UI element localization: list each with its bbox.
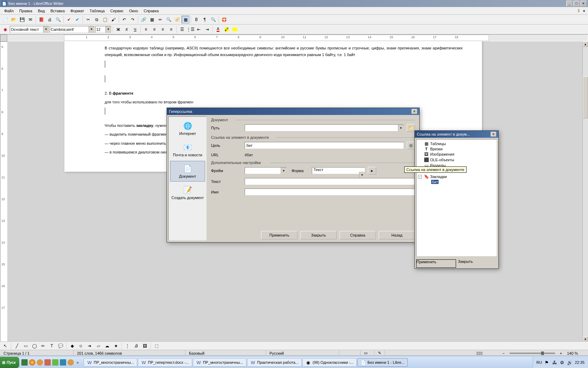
task-item[interactable]: WПР_гипертекст.docx -... <box>138 358 192 367</box>
from-file-button[interactable]: 🖼 <box>141 342 149 350</box>
cut-button[interactable]: ✂ <box>84 16 92 23</box>
window-maximize-button[interactable]: □ <box>573 1 580 6</box>
system-clock[interactable]: 22:35 <box>575 360 584 364</box>
scroll-up-button[interactable]: ▲ <box>583 41 588 47</box>
target-input[interactable] <box>245 142 404 149</box>
indent-dec-button[interactable]: ⇤ <box>195 26 203 33</box>
autospell-button[interactable]: ✔ <box>74 16 81 23</box>
menu-window[interactable]: Окно <box>126 8 141 14</box>
text-tool-button[interactable]: T <box>48 342 56 350</box>
tree-item-bookmark-bit[interactable]: бит <box>418 179 495 184</box>
target-tree[interactable]: ▦Таблицы TВрезки 🖼Изображения ⬛OLE-объек… <box>416 139 497 257</box>
task-item[interactable]: WПР_многостраничны... <box>193 358 246 367</box>
quick-launch-icon-chrome[interactable] <box>29 359 35 366</box>
navigator-button[interactable]: 🧭 <box>173 16 181 23</box>
scroll-thumb[interactable] <box>583 76 588 118</box>
redo-button[interactable]: ↷ <box>129 16 136 23</box>
tray-icon[interactable]: ⚑ <box>544 360 550 365</box>
category-document[interactable]: 📄 Документ <box>170 161 205 182</box>
basic-shapes-button[interactable]: ◆ <box>68 342 76 350</box>
menu-edit[interactable]: Правка <box>16 8 35 14</box>
category-internet[interactable]: 🌐 Интернет <box>170 118 205 139</box>
menu-file[interactable]: Файл <box>1 8 16 14</box>
ellipse-tool-button[interactable]: ◯ <box>30 342 38 350</box>
gallery-button[interactable]: ▦ <box>182 16 189 23</box>
font-name-combo[interactable]: Cambria;serif ▼ <box>50 26 94 33</box>
browse-path-button[interactable]: 📁 <box>407 124 415 132</box>
save-button[interactable]: 💾 <box>18 16 26 23</box>
paste-button[interactable]: 📋 <box>101 16 109 23</box>
path-combo[interactable]: ▼ <box>245 124 404 131</box>
menu-tools[interactable]: Сервис <box>107 8 126 14</box>
spellcheck-button[interactable]: ✔ <box>65 16 73 23</box>
category-mail[interactable]: 📧 Почта и новости <box>170 139 205 160</box>
back-button[interactable]: Назад <box>379 231 415 239</box>
paragraph-style-combo[interactable]: Основной текст ▼ <box>10 26 49 33</box>
undo-button[interactable]: ↶ <box>120 16 128 23</box>
quick-launch-icon-firefox[interactable] <box>37 359 43 366</box>
bg-color-button[interactable] <box>231 26 239 33</box>
callout-tool-button[interactable]: 💬 <box>57 342 64 350</box>
points-button[interactable]: ⋮ <box>124 342 131 350</box>
find-button[interactable]: 🔍 <box>165 16 173 23</box>
help-button[interactable]: 🛟 <box>220 16 228 23</box>
font-size-combo[interactable]: 12 ▼ <box>95 26 111 33</box>
copy-button[interactable]: ⧉ <box>93 16 100 23</box>
align-left-button[interactable]: ≡ <box>142 26 150 33</box>
target-close-button[interactable]: Закрыть <box>458 259 497 268</box>
format-paint-button[interactable]: 🖌 <box>110 16 117 23</box>
task-item[interactable]: WПрактическая работа... <box>247 358 302 367</box>
menu-table[interactable]: Таблица <box>87 8 107 14</box>
email-button[interactable]: ✉ <box>27 16 34 23</box>
table-button[interactable]: ▦ <box>148 16 156 23</box>
start-button[interactable]: ⊞ Пуск <box>0 357 19 368</box>
underline-button[interactable]: Ч <box>131 26 139 33</box>
vertical-scrollbar[interactable]: ▲ ▼ <box>582 41 588 342</box>
styles-button[interactable]: ◉ <box>1 26 9 33</box>
nonprint-button[interactable]: ¶ <box>201 16 209 23</box>
dialog-close-button[interactable]: ✕ <box>412 109 417 114</box>
menu-help[interactable]: Справка <box>141 8 161 14</box>
close-button[interactable]: Закрыть <box>300 231 337 239</box>
align-right-button[interactable]: ≡ <box>159 26 167 33</box>
quick-launch-icon[interactable] <box>52 359 58 366</box>
target-dialog-close-button[interactable]: ✕ <box>491 132 496 137</box>
open-button[interactable]: 📂 <box>10 16 18 23</box>
arrow-shapes-button[interactable]: ➜ <box>86 342 93 350</box>
quick-launch-icon[interactable] <box>60 359 66 366</box>
freeform-tool-button[interactable]: ✏ <box>39 342 47 350</box>
tree-item-images[interactable]: 🖼Изображения <box>418 151 495 157</box>
export-pdf-button[interactable]: 📕 <box>37 16 45 23</box>
new-doc-button[interactable]: 📄 <box>1 16 9 23</box>
zoom-in-button[interactable]: + <box>559 351 564 355</box>
highlight-button[interactable]: 🖍 <box>223 26 230 33</box>
events-button[interactable]: ▸ <box>368 167 376 175</box>
menu-view[interactable]: Вид <box>35 8 48 14</box>
frame-combo[interactable]: ▼ <box>245 167 287 174</box>
tree-item-bookmarks[interactable]: −🔖Закладки <box>418 174 495 179</box>
window-minimize-button[interactable]: _ <box>566 1 573 6</box>
vertical-ruler[interactable]: 567891011121314151617 <box>0 41 8 342</box>
task-item[interactable]: ◉(99) Одноклассники -... <box>302 358 357 367</box>
horizontal-ruler[interactable]: 123456789101112131415161718 <box>7 34 588 41</box>
task-item-active[interactable]: 📄Без имени 1 - Libre... <box>357 358 408 367</box>
align-center-button[interactable]: ≡ <box>150 26 158 33</box>
tree-item-frames[interactable]: TВрезки <box>418 146 495 151</box>
target-apply-button[interactable]: Применить <box>416 259 456 268</box>
document-close-button[interactable]: × <box>582 8 587 14</box>
flowchart-shapes-button[interactable]: ▱ <box>94 342 102 350</box>
help-button[interactable]: Справка <box>340 231 376 239</box>
form-combo[interactable]: Текст ▼ <box>312 167 365 174</box>
extrusion-button[interactable]: ⬚ <box>153 342 160 350</box>
apply-button[interactable]: Применить <box>261 231 298 239</box>
datasource-button[interactable]: 🛢 <box>192 16 200 23</box>
update-icon[interactable]: ⬇ <box>576 8 582 14</box>
tree-item-tables[interactable]: ▦Таблицы <box>418 141 495 146</box>
window-close-button[interactable]: ✕ <box>580 1 587 6</box>
hyperlink-button[interactable]: 🔗 <box>140 16 147 23</box>
font-color-button[interactable]: А <box>214 26 222 33</box>
task-item[interactable]: WПР_многостраничны... <box>84 358 137 367</box>
fontwork-button[interactable]: Ꭿ <box>132 342 140 350</box>
print-button[interactable]: 🖨 <box>46 16 54 23</box>
language-indicator[interactable]: RU <box>537 360 542 364</box>
